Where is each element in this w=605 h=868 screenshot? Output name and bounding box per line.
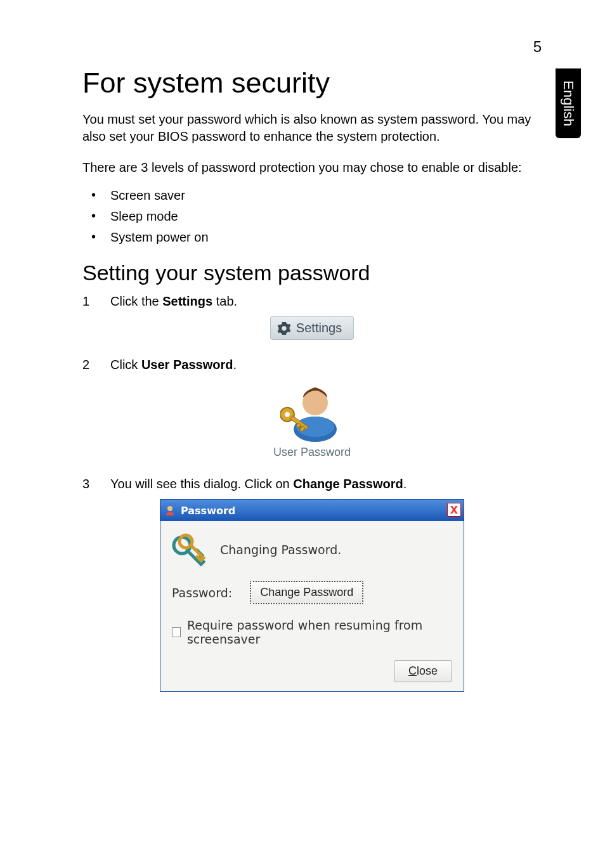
bullet-item: Screen saver xyxy=(82,185,542,206)
step-text-bold: Settings xyxy=(162,294,212,308)
heading-main: For system security xyxy=(82,67,542,100)
user-password-label: User Password xyxy=(273,446,351,459)
bullet-list: Screen saver Sleep mode System power on xyxy=(82,185,542,248)
user-key-icon xyxy=(280,380,344,443)
heading-sub: Setting your system password xyxy=(82,261,542,285)
keys-icon xyxy=(172,533,206,567)
settings-label: Settings xyxy=(296,321,342,335)
step-text-post: . xyxy=(233,358,237,372)
dialog-titlebar[interactable]: Password X xyxy=(160,500,464,521)
checkbox-label: Require password when resuming from scre… xyxy=(187,618,452,646)
step-text-pre: Click the xyxy=(110,294,162,308)
step-text-bold: User Password xyxy=(141,358,233,372)
dialog-title: Password xyxy=(181,505,235,517)
step-number: 1 xyxy=(82,294,110,309)
user-password-button[interactable]: User Password xyxy=(273,380,351,459)
language-tab: English xyxy=(556,68,581,138)
bullet-item: System power on xyxy=(82,227,542,248)
step-2: 2 Click User Password. xyxy=(82,358,542,372)
step-text-pre: You will see this dialog. Click on xyxy=(110,477,293,491)
step-text-pre: Click xyxy=(110,358,141,372)
title-icon xyxy=(164,505,176,516)
step-text-bold: Change Password xyxy=(293,477,403,491)
password-dialog: Password X Changing Password. Password: … xyxy=(160,499,464,692)
page-number: 5 xyxy=(533,38,542,56)
gear-icon xyxy=(277,321,291,335)
intro-paragraph: You must set your password which is also… xyxy=(82,111,542,145)
step-text: Click the Settings tab. xyxy=(110,294,237,309)
close-button-mnemonic: C xyxy=(408,664,417,677)
svg-point-8 xyxy=(167,506,172,511)
step-text: Click User Password. xyxy=(110,358,237,372)
dialog-heading: Changing Password. xyxy=(220,543,341,557)
change-password-button[interactable]: Change Password xyxy=(250,581,363,604)
close-button[interactable]: Close xyxy=(394,660,452,682)
step-number: 3 xyxy=(82,477,110,491)
step-number: 2 xyxy=(82,358,110,372)
settings-tab[interactable]: Settings xyxy=(270,316,354,340)
step-3: 3 You will see this dialog. Click on Cha… xyxy=(82,477,542,491)
step-text-post: . xyxy=(403,477,407,491)
require-password-checkbox[interactable] xyxy=(172,627,181,637)
step-1: 1 Click the Settings tab. xyxy=(82,294,542,309)
close-button-rest: lose xyxy=(417,664,438,677)
bullet-item: Sleep mode xyxy=(82,206,542,227)
step-text: You will see this dialog. Click on Chang… xyxy=(110,477,407,491)
password-label: Password: xyxy=(172,586,232,600)
step-text-post: tab. xyxy=(212,294,237,308)
levels-paragraph: There are 3 levels of password protectio… xyxy=(82,159,542,176)
close-icon[interactable]: X xyxy=(447,503,461,517)
